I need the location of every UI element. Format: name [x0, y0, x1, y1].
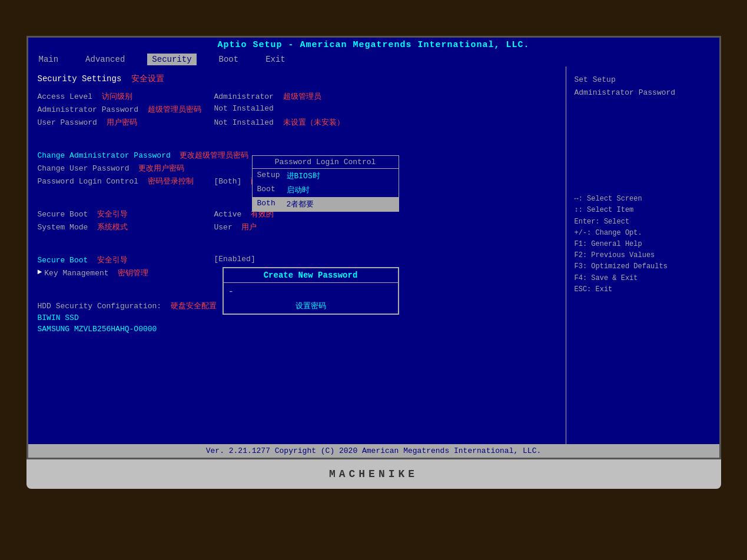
menu-advanced[interactable]: Advanced [81, 54, 130, 65]
popup-login-control: Password Login Control Setup 进BIOS时 Boot… [252, 155, 399, 212]
right-help-text: Set Setup Administrator Password [575, 74, 711, 99]
password-hint: 设置密码 [224, 301, 398, 314]
popup-item-boot[interactable]: Boot 启动时 [253, 183, 399, 197]
bios-screen: Aptio Setup - American Megatrends Intern… [26, 36, 721, 459]
secure-boot2-row[interactable]: Secure Boot 安全引导 [Enabled] [38, 255, 556, 265]
section-title: Security Settings 安全设置 [38, 74, 556, 84]
menu-bar: Main Advanced Security Boot Exit [28, 52, 719, 66]
create-password-popup: Create New Password - 设置密码 [223, 267, 399, 315]
popup-item-setup[interactable]: Setup 进BIOS时 [253, 169, 399, 183]
popup-item-both[interactable]: Both 2者都要 [253, 197, 399, 211]
popup-title: Password Login Control [253, 156, 399, 169]
right-shortcuts: ↔: Select Screen ↕: Select Item Enter: S… [575, 194, 711, 295]
menu-exit[interactable]: Exit [261, 54, 290, 65]
menu-boot[interactable]: Boot [214, 54, 244, 65]
access-level-row: Access Level 访问级别 Administrator 超级管理员 [38, 91, 556, 102]
password-popup-title: Create New Password [224, 268, 398, 283]
title-bar: Aptio Setup - American Megatrends Intern… [28, 38, 719, 52]
content-area: Security Settings 安全设置 Access Level 访问级别… [28, 66, 719, 451]
title-text: Aptio Setup - American Megatrends Intern… [217, 40, 529, 50]
brand-logo: MACHENIKE [329, 468, 418, 480]
divider3 [38, 238, 556, 249]
main-panel: Security Settings 安全设置 Access Level 访问级别… [28, 66, 566, 451]
admin-password-row: Administrator Password 超级管理员密码 Not Insta… [38, 104, 556, 115]
hdd-drive1-row: BIWIN SSD [38, 314, 556, 322]
right-panel: Set Setup Administrator Password ↔: Sele… [566, 66, 719, 451]
menu-main[interactable]: Main [34, 54, 64, 65]
system-mode-row: System Mode 系统模式 User 用户 [38, 222, 556, 232]
menu-security[interactable]: Security [147, 54, 196, 65]
password-input[interactable] [236, 288, 389, 296]
user-password-row: User Password 用户密码 Not Installed 未设置（未安装… [38, 117, 556, 128]
laptop-body: MACHENIKE [26, 459, 721, 489]
hdd-drive2-row: SAMSUNG MZVLB256HAHQ-O0000 [38, 325, 556, 334]
bottom-bar: Ver. 2.21.1277 Copyright (C) 2020 Americ… [28, 444, 719, 458]
divider1 [38, 134, 556, 144]
